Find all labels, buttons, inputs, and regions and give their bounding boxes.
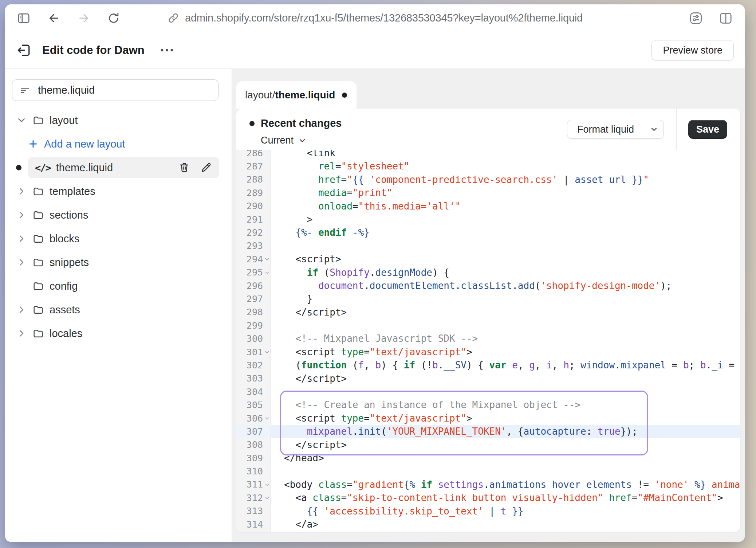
sidebar-item-assets[interactable]: assets	[16, 299, 219, 320]
code-line-291[interactable]: 291 >	[236, 213, 740, 226]
code-line-296[interactable]: 296 document.documentElement.classList.a…	[236, 279, 740, 292]
format-dropdown-chevron-icon[interactable]	[644, 120, 664, 138]
delete-file-icon[interactable]	[178, 162, 190, 173]
page-settings-icon[interactable]	[689, 11, 703, 26]
address-bar[interactable]: admin.shopify.com/store/rzq1xu-f5/themes…	[167, 4, 583, 32]
version-dropdown[interactable]: Current	[261, 135, 307, 146]
code-text[interactable]: <body class="gradient{% if settings.anim…	[271, 478, 740, 491]
code-line-287[interactable]: 287 rel="stylesheet"	[236, 160, 740, 173]
code-line-295[interactable]: 295 if (Shopify.designMode) {	[236, 266, 740, 279]
fold-chevron-icon[interactable]	[264, 256, 270, 262]
code-line-305[interactable]: 305 <!-- Create an instance of the Mixpa…	[236, 398, 740, 411]
code-line-302[interactable]: 302 (function (f, b) { if (!b.__SV) { va…	[236, 359, 740, 372]
code-text[interactable]: <script type="text/javascript">	[271, 412, 740, 425]
code-text[interactable]: {%- endif -%}	[271, 226, 740, 239]
editor-tab-theme-liquid[interactable]: layout/theme.liquid	[236, 81, 357, 109]
code-text[interactable]: <script>	[271, 253, 740, 266]
code-line-286[interactable]: 286 <link	[236, 150, 740, 160]
code-line-313[interactable]: 313 {{ 'accessibility.skip_to_text' | t …	[236, 505, 740, 518]
sidebar-item-theme-liquid[interactable]: </>theme.liquid	[28, 157, 219, 178]
format-liquid-button[interactable]: Format liquid	[567, 120, 664, 139]
chevron-right-icon[interactable]	[16, 233, 27, 244]
code-text[interactable]	[271, 319, 740, 332]
sidebar-item-locales[interactable]: locales	[16, 323, 219, 344]
code-text[interactable]: }	[271, 292, 740, 305]
code-text[interactable]: onload="this.media='all'"	[271, 200, 740, 213]
code-line-304[interactable]: 304	[236, 385, 740, 398]
code-text[interactable]: document.documentElement.classList.add('…	[271, 279, 740, 292]
file-search-box[interactable]	[12, 79, 218, 101]
chevron-right-icon[interactable]	[16, 328, 27, 339]
code-text[interactable]: mixpanel.init('YOUR_MIXPANEL_TOKEN', {au…	[271, 425, 740, 438]
chevron-right-icon[interactable]	[16, 210, 27, 220]
code-line-293[interactable]: 293	[236, 239, 740, 253]
sidebar-item-config[interactable]: config	[16, 275, 219, 297]
code-text[interactable]: {{ 'accessibility.skip_to_text' | t }}	[271, 505, 740, 518]
fold-chevron-icon[interactable]	[264, 495, 270, 501]
chevron-right-icon[interactable]	[16, 257, 27, 268]
rename-file-icon[interactable]	[200, 162, 212, 173]
code-line-310[interactable]: 310	[236, 465, 740, 478]
overflow-menu-button[interactable]: •••	[161, 45, 175, 55]
sidebar-item-sections[interactable]: sections	[16, 204, 219, 226]
chevron-down-icon[interactable]	[16, 115, 27, 126]
code-line-301[interactable]: 301 <script type="text/javascript">	[236, 345, 740, 359]
code-line-288[interactable]: 288 href="{{ 'component-predictive-searc…	[236, 173, 740, 186]
code-line-308[interactable]: 308 </script>	[236, 438, 740, 451]
code-text[interactable]: </a>	[271, 518, 740, 531]
code-text[interactable]: </script>	[271, 372, 740, 385]
code-line-312[interactable]: 312 <a class="skip-to-content-link butto…	[236, 491, 740, 504]
forward-icon[interactable]	[77, 12, 90, 25]
code-text[interactable]	[271, 239, 740, 253]
code-text[interactable]: </script>	[271, 306, 740, 319]
code-line-311[interactable]: 311<body class="gradient{% if settings.a…	[236, 478, 740, 491]
code-text[interactable]	[271, 385, 740, 398]
code-line-300[interactable]: 300 <!-- Mixpanel Javascript SDK -->	[236, 332, 740, 345]
code-line-297[interactable]: 297 }	[236, 292, 740, 305]
code-text[interactable]: >	[271, 213, 740, 226]
split-view-icon[interactable]	[718, 11, 733, 26]
search-input[interactable]	[37, 84, 211, 97]
save-button[interactable]: Save	[688, 120, 727, 139]
chevron-right-icon[interactable]	[16, 186, 27, 197]
sidebar-item-snippets[interactable]: snippets	[16, 252, 219, 273]
code-text[interactable]: <!-- Create an instance of the Mixpanel …	[271, 398, 740, 411]
code-line-314[interactable]: 314 </a>	[236, 518, 740, 531]
code-line-303[interactable]: 303 </script>	[236, 372, 740, 385]
code-line-294[interactable]: 294 <script>	[236, 253, 740, 266]
back-icon[interactable]	[47, 12, 60, 25]
sidebar-toggle-icon[interactable]	[17, 11, 31, 25]
code-text[interactable]: rel="stylesheet"	[271, 160, 740, 173]
fold-chevron-icon[interactable]	[264, 415, 270, 422]
code-line-299[interactable]: 299	[236, 319, 740, 332]
code-text[interactable]: </head>	[271, 451, 740, 465]
code-text[interactable]: <a class="skip-to-content-link button vi…	[271, 491, 740, 504]
code-line-306[interactable]: 306 <script type="text/javascript">	[236, 412, 740, 425]
sidebar-item-blocks[interactable]: blocks	[16, 228, 219, 249]
code-text[interactable]: (function (f, b) { if (!b.__SV) { var e,…	[271, 359, 740, 372]
code-line-289[interactable]: 289 media="print"	[236, 186, 740, 199]
code-line-298[interactable]: 298 </script>	[236, 306, 740, 319]
reload-icon[interactable]	[107, 12, 120, 25]
code-line-292[interactable]: 292 {%- endif -%}	[236, 226, 740, 239]
code-text[interactable]: <link	[271, 150, 740, 160]
code-line-309[interactable]: 309</head>	[236, 451, 740, 465]
code-text[interactable]: if (Shopify.designMode) {	[271, 266, 740, 279]
code-text[interactable]: media="print"	[271, 186, 740, 199]
fold-chevron-icon[interactable]	[264, 270, 270, 276]
code-text[interactable]: <!-- Mixpanel Javascript SDK -->	[271, 332, 740, 345]
sidebar-item-add-a-new-layout[interactable]: Add a new layout	[28, 133, 219, 154]
code-text[interactable]	[271, 465, 740, 478]
exit-editor-icon[interactable]	[16, 42, 32, 58]
fold-chevron-icon[interactable]	[264, 349, 270, 355]
code-line-307[interactable]: 307 mixpanel.init('YOUR_MIXPANEL_TOKEN',…	[236, 425, 740, 438]
code-text[interactable]: <script type="text/javascript">	[271, 345, 740, 359]
sidebar-item-templates[interactable]: templates	[16, 181, 219, 202]
code-text[interactable]: href="{{ 'component-predictive-search.cs…	[271, 173, 740, 186]
fold-chevron-icon[interactable]	[264, 482, 270, 488]
sidebar-item-layout[interactable]: layout	[16, 110, 219, 131]
code-line-290[interactable]: 290 onload="this.media='all'"	[236, 200, 740, 213]
chevron-right-icon[interactable]	[16, 304, 27, 315]
preview-store-button[interactable]: Preview store	[651, 40, 734, 60]
code-text[interactable]: </script>	[271, 438, 740, 451]
